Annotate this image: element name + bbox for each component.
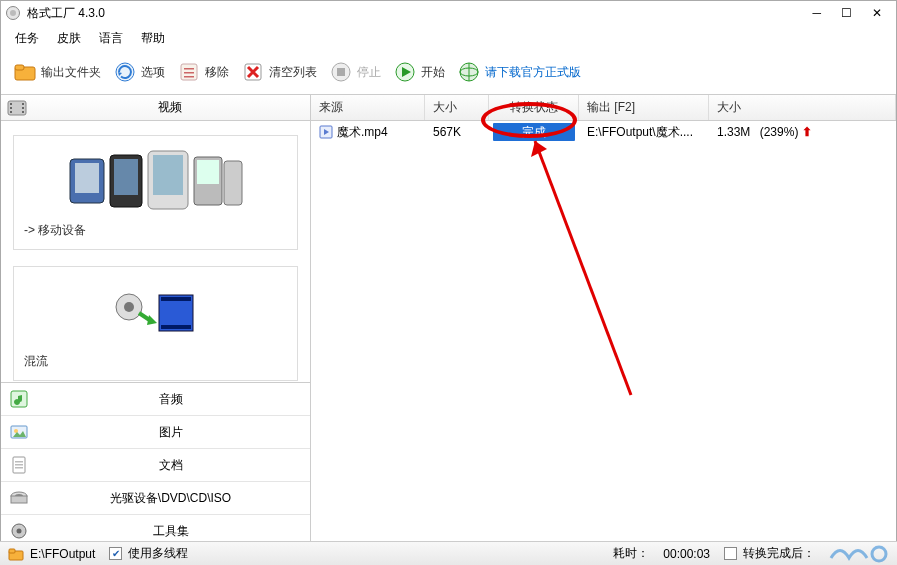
checkbox-icon: ✔ (109, 547, 122, 560)
svg-rect-16 (10, 103, 12, 105)
menu-help[interactable]: 帮助 (133, 27, 173, 50)
watermark-logo (829, 544, 889, 564)
folder-icon (13, 60, 37, 84)
checkbox-icon-2 (724, 547, 737, 560)
th-status[interactable]: 转换状态 (489, 95, 579, 120)
svg-rect-47 (15, 461, 23, 463)
elapsed-value: 00:00:03 (663, 547, 710, 561)
tb-options[interactable]: 选项 (109, 58, 169, 86)
video-file-icon (319, 125, 333, 139)
svg-rect-18 (10, 111, 12, 113)
tb-output-folder-label: 输出文件夹 (41, 64, 101, 81)
sidebar-video-title: 视频 (35, 99, 304, 116)
window-title: 格式工厂 4.3.0 (27, 5, 105, 22)
cat-optical[interactable]: 光驱设备\DVD\CD\ISO (1, 482, 310, 515)
tb-output-folder[interactable]: 输出文件夹 (9, 58, 105, 86)
cell-output: E:\FFOutput\魔术.... (579, 122, 709, 143)
th-output[interactable]: 输出 [F2] (579, 95, 709, 120)
sidebar-body: -> 移动设备 混流 + (1, 121, 310, 382)
close-button[interactable]: ✕ (862, 2, 892, 24)
after-convert-checkbox[interactable]: 转换完成后： (724, 545, 815, 562)
svg-rect-35 (161, 325, 191, 329)
svg-rect-49 (15, 467, 23, 469)
svg-rect-19 (22, 103, 24, 105)
clear-icon (241, 60, 265, 84)
tb-remove[interactable]: 移除 (173, 58, 233, 86)
tb-options-label: 选项 (141, 64, 165, 81)
svg-rect-6 (184, 68, 194, 70)
minimize-button[interactable]: ─ (802, 2, 831, 24)
status-path-text: E:\FFOutput (30, 547, 95, 561)
cat-document-label: 文档 (39, 457, 302, 474)
svg-point-53 (17, 529, 22, 534)
svg-rect-48 (15, 464, 23, 466)
cat-document[interactable]: 文档 (1, 449, 310, 482)
card-mobile-caption: -> 移动设备 (24, 222, 287, 239)
mux-thumb (24, 277, 287, 347)
multithread-label: 使用多线程 (128, 545, 188, 562)
tb-stop-label: 停止 (357, 64, 381, 81)
maximize-button[interactable]: ☐ (831, 2, 862, 24)
tb-stop[interactable]: 停止 (325, 58, 385, 86)
gear-icon (9, 521, 29, 541)
svg-point-1 (10, 10, 16, 16)
stop-icon (329, 60, 353, 84)
task-list-panel: 来源 大小 转换状态 输出 [F2] 大小 魔术.mp4 567K 完成 E:\… (311, 95, 896, 548)
status-bar: E:\FFOutput ✔ 使用多线程 耗时： 00:00:03 转换完成后： (0, 541, 897, 565)
svg-rect-8 (184, 76, 194, 78)
svg-point-58 (872, 547, 886, 561)
sidebar-video-header[interactable]: 视频 (1, 95, 310, 121)
cat-optical-label: 光驱设备\DVD\CD\ISO (39, 490, 302, 507)
menu-language[interactable]: 语言 (91, 27, 131, 50)
svg-rect-17 (10, 107, 12, 109)
app-logo (5, 5, 21, 21)
card-mux[interactable]: 混流 (13, 266, 298, 381)
svg-rect-34 (161, 297, 191, 301)
svg-rect-21 (22, 111, 24, 113)
svg-rect-27 (153, 155, 183, 195)
audio-icon (9, 389, 29, 409)
picture-icon (9, 422, 29, 442)
cat-toolset-label: 工具集 (39, 523, 302, 540)
multithread-checkbox[interactable]: ✔ 使用多线程 (109, 545, 188, 562)
sidebar: 视频 -> 移动设备 (1, 95, 311, 548)
menu-bar: 任务 皮肤 语言 帮助 (1, 25, 896, 54)
card-mux-caption: 混流 (24, 353, 287, 370)
svg-point-32 (124, 302, 134, 312)
th-size2[interactable]: 大小 (709, 95, 896, 120)
refresh-icon (113, 60, 137, 84)
table-row[interactable]: 魔术.mp4 567K 完成 E:\FFOutput\魔术.... 1.33M … (311, 121, 896, 143)
tb-clear-list[interactable]: 清空列表 (237, 58, 321, 86)
table-body: 魔术.mp4 567K 完成 E:\FFOutput\魔术.... 1.33M … (311, 121, 896, 548)
cat-picture[interactable]: 图片 (1, 416, 310, 449)
svg-rect-3 (15, 65, 24, 70)
svg-rect-29 (197, 160, 219, 184)
disc-drive-icon (9, 488, 29, 508)
document-icon (9, 455, 29, 475)
globe-icon (457, 60, 481, 84)
tb-download-link-label: 请下载官方正式版 (485, 64, 581, 81)
cat-audio-label: 音频 (39, 391, 302, 408)
tb-start[interactable]: 开始 (389, 58, 449, 86)
cell-size2: 1.33M (239%) ⬆ (709, 123, 896, 141)
th-size[interactable]: 大小 (425, 95, 489, 120)
svg-rect-51 (11, 496, 27, 503)
menu-task[interactable]: 任务 (7, 27, 47, 50)
th-source[interactable]: 来源 (311, 95, 425, 120)
tb-download-link[interactable]: 请下载官方正式版 (453, 58, 585, 86)
elapsed-label: 耗时： (613, 545, 649, 562)
cat-audio[interactable]: 音频 (1, 383, 310, 416)
cell-size2-val: 1.33M (717, 125, 750, 139)
remove-icon (177, 60, 201, 84)
svg-point-45 (14, 429, 18, 433)
svg-rect-30 (224, 161, 242, 205)
menu-skin[interactable]: 皮肤 (49, 27, 89, 50)
svg-rect-7 (184, 72, 194, 74)
svg-rect-20 (22, 107, 24, 109)
status-output-path[interactable]: E:\FFOutput (8, 547, 95, 561)
card-mobile-devices[interactable]: -> 移动设备 (13, 135, 298, 250)
cell-filename: 魔术.mp4 (337, 124, 388, 141)
folder-small-icon (8, 547, 24, 561)
tb-start-label: 开始 (421, 64, 445, 81)
mobile-devices-thumb (24, 146, 287, 216)
